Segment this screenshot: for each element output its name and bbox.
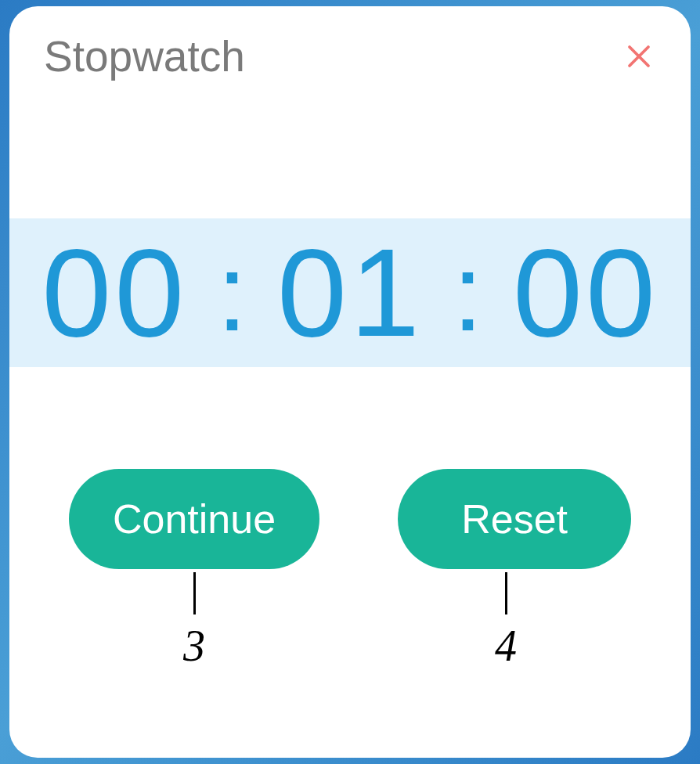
modal-title: Stopwatch: [44, 31, 245, 81]
stopwatch-modal: Stopwatch 00 : 01 : 00 Continue Reset 3 …: [9, 6, 691, 758]
time-hours: 00: [41, 221, 187, 365]
time-separator-1: :: [217, 229, 247, 356]
close-button[interactable]: [622, 39, 656, 74]
annotation-row: 3 4: [9, 569, 691, 671]
annotation-label-continue: 3: [183, 621, 205, 671]
modal-header: Stopwatch: [9, 6, 691, 81]
time-display: 00 : 01 : 00: [9, 218, 691, 367]
continue-button[interactable]: Continue: [69, 469, 319, 569]
annotation-label-reset: 4: [495, 621, 517, 671]
annotation-continue: 3: [78, 569, 311, 671]
annotation-line-2: [505, 572, 507, 614]
time-separator-2: :: [453, 229, 483, 356]
reset-button[interactable]: Reset: [398, 469, 631, 569]
time-seconds: 00: [513, 221, 659, 365]
annotation-line-1: [193, 572, 196, 614]
close-icon: [625, 42, 653, 70]
button-row: Continue Reset: [9, 469, 691, 569]
time-minutes: 01: [277, 221, 423, 365]
annotation-reset: 4: [389, 569, 622, 671]
